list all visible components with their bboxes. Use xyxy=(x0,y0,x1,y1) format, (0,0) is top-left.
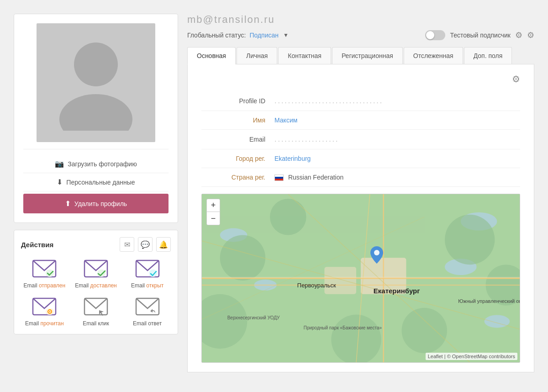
map-container: Первоуральск Екатеринбург Южный управлен… xyxy=(201,194,520,363)
svg-point-19 xyxy=(485,315,510,328)
svg-rect-3 xyxy=(46,270,54,277)
email-reply-label: Email ответ xyxy=(133,320,162,328)
personal-data-button[interactable]: ⬇ Персональные данные xyxy=(23,173,169,191)
zoom-in-button[interactable]: + xyxy=(207,199,220,212)
svg-point-1 xyxy=(59,94,132,131)
delete-profile-button[interactable]: ⬆ Удалить профиль xyxy=(23,194,169,213)
email-reply-icon-wrap xyxy=(135,297,160,318)
tabs: Основная Личная Контактная Регистрационн… xyxy=(187,47,534,64)
user-email-header: mb@transilon.ru xyxy=(187,14,534,26)
tab-otslezhennaya[interactable]: Отслеженная xyxy=(404,47,463,64)
email-delivered-icon-wrap xyxy=(84,259,108,280)
name-label: Имя xyxy=(201,117,274,124)
email-row: Email ................... xyxy=(201,130,520,149)
envelope-icon: ✉ xyxy=(124,240,130,249)
svg-point-11 xyxy=(49,311,51,312)
chat-icon: 💬 xyxy=(141,240,150,249)
bell-action-icon-button[interactable]: 🔔 xyxy=(156,237,171,252)
avatar xyxy=(37,23,155,142)
email-delivered-label: Email доставлен xyxy=(75,282,116,290)
user-email-text: mb@transilon.ru xyxy=(187,14,275,25)
tab-dop-polya[interactable]: Доп. поля xyxy=(464,47,512,64)
actions-card: Действия ✉ 💬 🔔 xyxy=(14,230,178,334)
svg-point-21 xyxy=(270,199,306,235)
email-sent-item[interactable]: Email отправлен xyxy=(21,259,68,290)
city-label: Город рег. xyxy=(201,155,274,162)
download-icon: ⬇ xyxy=(57,178,63,186)
test-subscriber-toggle[interactable] xyxy=(425,30,445,40)
map-pin xyxy=(370,246,383,265)
email-opened-label: Email открыт xyxy=(131,282,163,290)
email-opened-icon-wrap xyxy=(135,259,160,280)
city-value: Ekaterinburg xyxy=(274,155,520,162)
status-row: Глобальный статус: Подписан ▼ Тестовый п… xyxy=(187,30,534,40)
map-attribution: Leaflet | © OpenStreetMap contributors xyxy=(426,353,517,360)
upload-photo-button[interactable]: 📷 Загрузить фотографию xyxy=(23,155,169,173)
actions-header: Действия ✉ 💬 🔔 xyxy=(21,237,171,252)
email-delivered-item[interactable]: Email доставлен xyxy=(73,259,120,290)
profile-id-value: ................................ xyxy=(274,97,520,105)
header-gear-icon[interactable]: ⚙ xyxy=(515,30,522,40)
map-label-pervouralsk: Первоуральск xyxy=(297,282,336,289)
bell-icon: 🔔 xyxy=(159,240,168,249)
email-label: Email xyxy=(201,136,274,143)
upload-icon: ⬆ xyxy=(65,199,71,208)
status-left: Глобальный статус: Подписан ▼ xyxy=(187,32,289,39)
country-label: Страна рег. xyxy=(201,174,274,181)
email-actions-grid: Email отправлен Email доставлен xyxy=(21,259,171,327)
actions-title: Действия xyxy=(21,241,53,249)
global-status-label: Глобальный статус: xyxy=(187,32,246,39)
main-content: mb@transilon.ru Глобальный статус: Подпи… xyxy=(187,14,534,372)
email-action-icon-button[interactable]: ✉ xyxy=(120,237,134,252)
panel-gear-icon[interactable]: ⚙ xyxy=(512,74,520,85)
email-click-icon-wrap xyxy=(84,297,108,318)
svg-point-0 xyxy=(74,42,118,86)
email-opened-item[interactable]: Email открыт xyxy=(124,259,171,290)
email-click-label: Email клик xyxy=(83,320,109,328)
global-status-value: Подписан xyxy=(249,32,279,39)
svg-point-25 xyxy=(331,315,381,362)
leaflet-label: Leaflet xyxy=(428,354,443,359)
email-reply-item[interactable]: Email ответ xyxy=(124,297,171,328)
email-click-item[interactable]: Email клик xyxy=(73,297,120,328)
content-panel: ⚙ Profile ID ...........................… xyxy=(187,64,534,372)
svg-point-26 xyxy=(402,308,447,353)
osm-label: © OpenStreetMap contributors xyxy=(447,354,515,359)
profile-id-label: Profile ID xyxy=(201,97,274,105)
tab-osnovnaya[interactable]: Основная xyxy=(187,47,236,64)
personal-data-label: Персональные данные xyxy=(66,179,135,186)
email-sent-label: Email отправлен xyxy=(24,282,66,290)
tab-kontaktnaya[interactable]: Контактная xyxy=(278,47,331,64)
russia-flag xyxy=(274,175,284,181)
actions-icon-group: ✉ 💬 🔔 xyxy=(120,237,171,252)
header-settings-icon[interactable]: ⚙ xyxy=(527,30,534,40)
profile-id-row: Profile ID .............................… xyxy=(201,91,520,111)
camera-icon: 📷 xyxy=(55,159,64,168)
status-right: Тестовый подписчик ⚙ ⚙ xyxy=(425,30,534,40)
test-subscriber-label: Тестовый подписчик xyxy=(450,32,511,39)
email-sent-icon-wrap xyxy=(32,259,57,280)
map-svg xyxy=(202,194,520,362)
country-value: Russian Federation xyxy=(274,174,520,181)
profile-actions: 📷 Загрузить фотографию ⬇ Персональные да… xyxy=(23,149,169,213)
zoom-out-button[interactable]: − xyxy=(207,212,220,225)
city-row: Город рег. Ekaterinburg xyxy=(201,149,520,168)
map-background: Первоуральск Екатеринбург Южный управлен… xyxy=(202,194,520,362)
svg-point-20 xyxy=(220,235,265,281)
email-value: ................... xyxy=(274,135,520,143)
chat-action-icon-button[interactable]: 💬 xyxy=(138,237,153,252)
svg-point-22 xyxy=(445,215,495,265)
toggle-knob xyxy=(426,31,434,39)
status-dropdown-icon[interactable]: ▼ xyxy=(283,32,289,38)
map-label-natural-park: Природный парк «Бажовские места» xyxy=(304,325,345,330)
map-label-south-district: Южный управленческий округ xyxy=(458,298,504,304)
email-read-item[interactable]: Email прочитан xyxy=(21,297,68,328)
tab-lichnaya[interactable]: Личная xyxy=(237,47,277,64)
map-label-ekaterinburg: Екатеринбург xyxy=(374,287,420,295)
email-read-icon-wrap xyxy=(32,297,57,318)
svg-point-37 xyxy=(374,250,379,255)
upload-photo-label: Загрузить фотографию xyxy=(68,160,137,168)
tab-registracionnaya[interactable]: Регистрационная xyxy=(332,47,403,64)
panel-header: ⚙ xyxy=(201,74,520,91)
country-row: Страна рег. Russian Federation xyxy=(201,168,520,187)
